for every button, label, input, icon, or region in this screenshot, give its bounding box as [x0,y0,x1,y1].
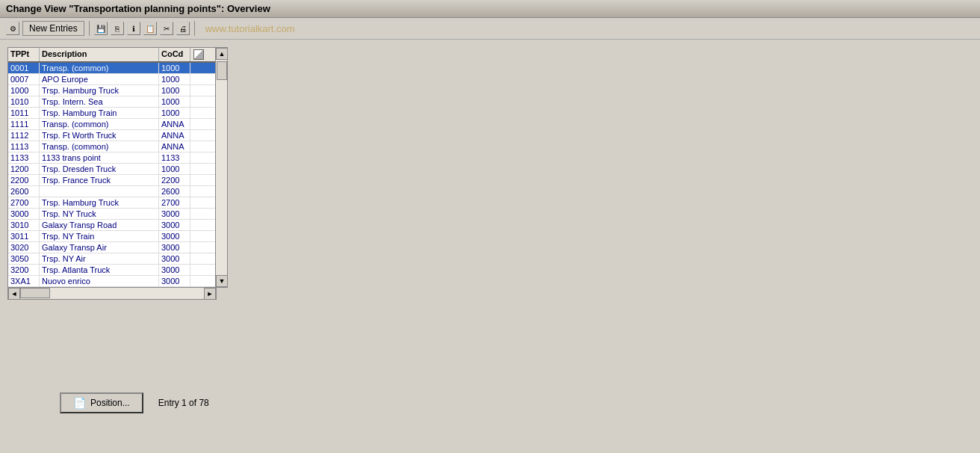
cell-tppt: 1011 [8,108,40,118]
cell-tppt: 3011 [8,231,40,241]
new-entries-button[interactable]: New Entries [22,21,84,36]
cell-desc: Trsp. Intern. Sea [40,96,159,107]
cell-desc: Galaxy Transp Road [40,220,159,230]
table-row[interactable]: 1010Trsp. Intern. Sea1000 [8,96,215,108]
table-row[interactable]: 3050Trsp. NY Air3000 [8,253,215,265]
table-row[interactable]: 1200Trsp. Dresden Truck1000 [8,164,215,175]
cell-desc: Trsp. Ft Worth Truck [40,130,159,141]
horizontal-scrollbar[interactable]: ◄ ► [7,288,217,300]
position-icon: 📄 [73,397,86,409]
cell-cocd: ANNA [159,141,190,152]
table-row[interactable]: 2700Trsp. Hamburg Truck2700 [8,197,215,209]
status-area: 📄 Position... Entry 1 of 78 [60,392,209,413]
paste-icon[interactable]: 📋 [143,22,157,35]
table-container: TPPt Description CoCd 0001Transp. (commo… [7,47,216,288]
toolbar-separator-1 [89,21,90,36]
table-header: TPPt Description CoCd [8,48,215,63]
scroll-thumb[interactable] [217,61,227,80]
cell-cocd: ANNA [159,130,190,141]
col-header-icon [190,48,207,61]
cell-cocd: 3000 [159,265,190,275]
entry-count: Entry 1 of 78 [158,398,209,408]
copy-icon[interactable]: ⎘ [111,22,124,35]
table-row[interactable]: 3XA1Nuovo enrico3000 [8,276,215,287]
cell-cocd: 3000 [159,253,190,264]
cell-tppt: 3XA1 [8,276,40,286]
table-row[interactable]: 1011Trsp. Hamburg Train1000 [8,108,215,119]
cell-desc: Nuovo enrico [40,276,159,286]
table-row[interactable]: 1111Transp. (common)ANNA [8,119,215,130]
cell-cocd: 1000 [159,164,190,174]
cell-tppt: 2600 [8,186,40,197]
cell-desc [40,186,159,197]
main-content: TPPt Description CoCd 0001Transp. (commo… [0,40,980,428]
cell-desc: APO Europe [40,74,159,84]
cell-cocd: 3000 [159,209,190,219]
title-bar: Change View "Transportation planning poi… [0,0,980,18]
table-row[interactable]: 1112Trsp. Ft Worth TruckANNA [8,130,215,141]
cell-desc: Transp. (common) [40,119,159,129]
table-row[interactable]: 3011Trsp. NY Train3000 [8,231,215,242]
cell-desc: Trsp. NY Truck [40,209,159,219]
cell-cocd: ANNA [159,119,190,129]
cell-tppt: 3010 [8,220,40,230]
cell-tppt: 1200 [8,164,40,174]
scroll-down-button[interactable]: ▼ [216,275,228,287]
table-row[interactable]: 1000Trsp. Hamburg Truck1000 [8,85,215,96]
print-icon[interactable]: 🖨 [176,22,190,35]
col-header-desc: Description [40,48,159,61]
cell-cocd: 3000 [159,276,190,286]
scroll-up-button[interactable]: ▲ [216,48,228,60]
cell-tppt: 1000 [8,85,40,96]
scroll-left-button[interactable]: ◄ [8,288,20,300]
table-row[interactable]: 11331133 trans point1133 [8,152,215,164]
table-row[interactable]: 3010Galaxy Transp Road3000 [8,220,215,231]
cell-cocd: 2700 [159,197,190,208]
table-row[interactable]: 2200Trsp. France Truck2200 [8,175,215,186]
cell-desc: Trsp. NY Train [40,231,159,241]
cell-cocd: 1000 [159,108,190,118]
cell-desc: Trsp. NY Air [40,253,159,264]
table-row[interactable]: 3000Trsp. NY Truck3000 [8,209,215,220]
cell-cocd: 2600 [159,186,190,197]
cell-tppt: 3200 [8,265,40,275]
table-row[interactable]: 0007APO Europe1000 [8,74,215,85]
cell-tppt: 0001 [8,63,40,73]
table-row[interactable]: 3020Galaxy Transp Air3000 [8,242,215,253]
cell-desc: Trsp. Dresden Truck [40,164,159,174]
cell-cocd: 1133 [159,152,190,163]
cell-tppt: 0007 [8,74,40,84]
delete-icon[interactable]: ✂ [160,22,173,35]
scroll-track [216,60,227,275]
cell-cocd: 3000 [159,231,190,241]
table-row[interactable]: 26002600 [8,186,215,197]
table-row[interactable]: 0001Transp. (common)1000 [8,63,215,74]
cell-tppt: 1133 [8,152,40,163]
info-icon[interactable]: ℹ [127,22,140,35]
cell-cocd: 3000 [159,242,190,253]
cell-desc: Trsp. Atlanta Truck [40,265,159,275]
table-row[interactable]: 3200Trsp. Atlanta Truck3000 [8,265,215,276]
cell-cocd: 1000 [159,96,190,107]
cell-cocd: 1000 [159,85,190,96]
table-body: 0001Transp. (common)10000007APO Europe10… [8,63,215,287]
cell-desc: Trsp. Hamburg Truck [40,85,159,96]
watermark: www.tutorialkart.com [205,23,295,34]
position-button-label: Position... [90,398,130,408]
position-button[interactable]: 📄 Position... [60,392,143,413]
cell-desc: Trsp. France Truck [40,175,159,185]
cell-tppt: 3000 [8,209,40,219]
cell-desc: Transp. (common) [40,141,159,152]
scroll-right-button[interactable]: ► [204,288,216,300]
vertical-scrollbar[interactable]: ▲ ▼ [216,47,228,288]
h-scroll-thumb[interactable] [20,288,50,298]
cell-cocd: 2200 [159,175,190,185]
cell-desc: 1133 trans point [40,152,159,163]
col-header-tppt: TPPt [8,48,40,61]
h-scroll-track [20,288,204,299]
cell-cocd: 3000 [159,220,190,230]
cell-tppt: 1113 [8,141,40,152]
table-with-scrollbar: TPPt Description CoCd 0001Transp. (commo… [7,47,228,288]
save-icon[interactable]: 💾 [94,22,108,35]
table-row[interactable]: 1113Transp. (common)ANNA [8,141,215,152]
